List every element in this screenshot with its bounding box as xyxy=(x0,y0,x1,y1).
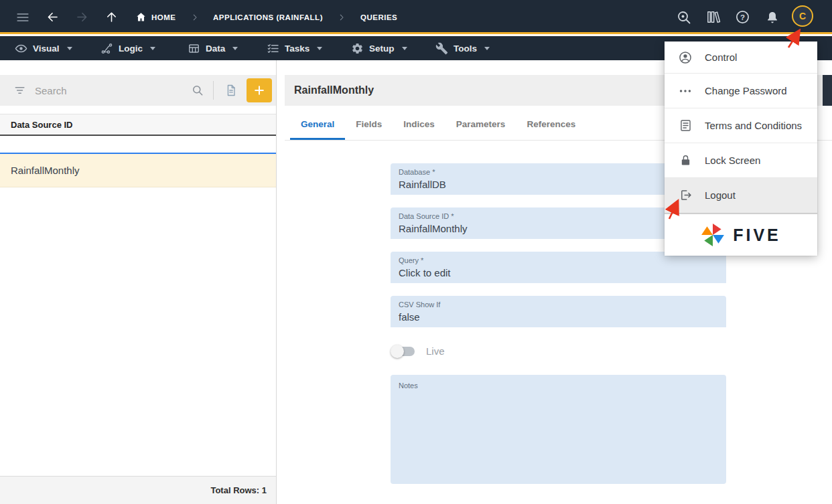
hamburger-icon xyxy=(15,10,30,25)
bell-icon xyxy=(765,10,780,25)
avatar-letter: C xyxy=(799,11,806,21)
search-icon[interactable] xyxy=(188,75,208,106)
help-icon: ? xyxy=(735,9,750,25)
menu-label: Tools xyxy=(454,44,477,54)
brand-name: FIVE xyxy=(733,226,781,245)
breadcrumb-home[interactable]: HOME xyxy=(135,0,176,34)
menu-visual[interactable]: Visual xyxy=(15,36,72,60)
logic-icon xyxy=(100,42,113,55)
menu-item-lock-screen[interactable]: Lock Screen xyxy=(665,143,817,178)
chevron-down-icon xyxy=(317,47,322,50)
toolbar-divider xyxy=(213,81,214,100)
csv-show-if-field[interactable]: CSV Show If false xyxy=(391,296,726,327)
home-icon xyxy=(135,11,147,23)
menu-item-label: Change Password xyxy=(705,85,787,96)
help-button[interactable]: ? xyxy=(732,0,753,34)
menu-item-label: Control xyxy=(705,52,737,63)
menu-tasks[interactable]: Tasks xyxy=(267,36,322,60)
library-books-icon xyxy=(705,9,721,25)
breadcrumb-label: APPLICATIONS (RAINFALL) xyxy=(213,13,323,21)
document-icon xyxy=(678,118,693,133)
tab-references[interactable]: References xyxy=(516,108,586,140)
back-button[interactable] xyxy=(42,0,63,34)
live-toggle[interactable] xyxy=(392,347,415,356)
breadcrumb-queries[interactable]: QUERIES xyxy=(360,0,397,34)
chevron-down-icon xyxy=(150,47,155,50)
field-label: CSV Show If xyxy=(399,301,440,309)
tab-fields[interactable]: Fields xyxy=(345,108,393,140)
column-header-data-source-id[interactable]: Data Source ID xyxy=(0,114,276,136)
field-value: RainfallMonthly xyxy=(399,223,468,234)
gear-icon xyxy=(351,42,364,55)
query-field[interactable]: Query * Click to edit xyxy=(391,252,726,283)
user-dropdown-menu: Control Change Password Terms and Condit… xyxy=(665,41,817,256)
library-button[interactable] xyxy=(702,0,723,34)
tasks-icon xyxy=(267,42,279,55)
breadcrumb-applications[interactable]: APPLICATIONS (RAINFALL) xyxy=(213,0,323,34)
logout-icon xyxy=(678,188,693,202)
user-avatar-button[interactable]: C xyxy=(792,5,813,27)
menu-setup[interactable]: Setup xyxy=(351,36,407,60)
svg-text:?: ? xyxy=(740,13,744,21)
menu-label: Visual xyxy=(33,44,60,54)
menu-label: Data xyxy=(206,44,225,54)
menu-item-label: Logout xyxy=(705,189,736,201)
inspect-icon xyxy=(676,9,692,25)
chevron-down-icon xyxy=(484,47,490,50)
hamburger-menu-button[interactable] xyxy=(12,0,33,34)
arrow-right-icon xyxy=(75,10,89,24)
data-grid-icon xyxy=(188,42,200,55)
breadcrumb-separator-icon xyxy=(190,0,200,34)
menu-data[interactable]: Data xyxy=(188,36,238,60)
menu-item-terms-and-conditions[interactable]: Terms and Conditions xyxy=(665,108,817,143)
list-item-rainfallmonthly[interactable]: RainfallMonthly xyxy=(0,153,276,187)
menu-item-logout[interactable]: Logout xyxy=(665,178,817,213)
menu-label: Logic xyxy=(119,44,143,54)
field-value: Click to edit xyxy=(399,267,451,278)
forward-button[interactable] xyxy=(71,0,92,34)
menu-item-control[interactable]: Control xyxy=(665,41,817,74)
five-brand-logo: FIVE xyxy=(665,213,817,256)
field-label: Query * xyxy=(399,256,423,264)
search-input[interactable] xyxy=(33,75,184,106)
tab-indices[interactable]: Indices xyxy=(393,108,445,140)
list-item-label: RainfallMonthly xyxy=(11,165,80,176)
file-icon[interactable] xyxy=(221,75,241,106)
field-label: Notes xyxy=(399,382,418,390)
filter-icon[interactable] xyxy=(11,75,29,106)
menu-tools[interactable]: Tools xyxy=(435,36,490,60)
title-bar-action-button[interactable] xyxy=(823,75,832,106)
menu-item-change-password[interactable]: Change Password xyxy=(665,74,817,108)
wrench-icon xyxy=(435,42,448,55)
plus-icon xyxy=(253,84,266,97)
app-window: HOME APPLICATIONS (RAINFALL) QUERIES xyxy=(0,0,832,504)
tab-parameters[interactable]: Parameters xyxy=(445,108,516,140)
total-rows-label: Total Rows: 1 xyxy=(210,485,267,495)
field-label: Data Source ID * xyxy=(399,212,454,220)
person-icon xyxy=(678,50,693,65)
add-record-button[interactable] xyxy=(247,78,272,102)
tab-label: General xyxy=(301,119,334,129)
notes-field[interactable]: Notes xyxy=(391,375,726,484)
menu-label: Setup xyxy=(369,44,395,54)
list-footer: Total Rows: 1 xyxy=(0,476,276,504)
notifications-button[interactable] xyxy=(762,0,783,34)
menu-label: Tasks xyxy=(285,44,309,54)
live-toggle-label: Live xyxy=(426,345,445,357)
column-header-label: Data Source ID xyxy=(11,120,72,130)
breadcrumb-separator-icon xyxy=(337,0,346,34)
field-value: false xyxy=(399,311,420,323)
field-value: RainfallDB xyxy=(399,179,446,190)
eye-icon xyxy=(15,42,27,55)
breadcrumb-label: HOME xyxy=(151,13,176,21)
tab-general[interactable]: General xyxy=(290,108,345,140)
inspect-button[interactable] xyxy=(673,0,695,34)
menu-logic[interactable]: Logic xyxy=(100,36,155,60)
up-button[interactable] xyxy=(100,0,122,34)
top-navigation-bar: HOME APPLICATIONS (RAINFALL) QUERIES xyxy=(0,0,832,34)
arrow-left-icon xyxy=(46,10,60,24)
lock-icon xyxy=(678,153,693,167)
tab-label: References xyxy=(527,119,575,129)
page-title: RainfallMonthly xyxy=(294,84,374,96)
tab-label: Fields xyxy=(356,119,382,129)
